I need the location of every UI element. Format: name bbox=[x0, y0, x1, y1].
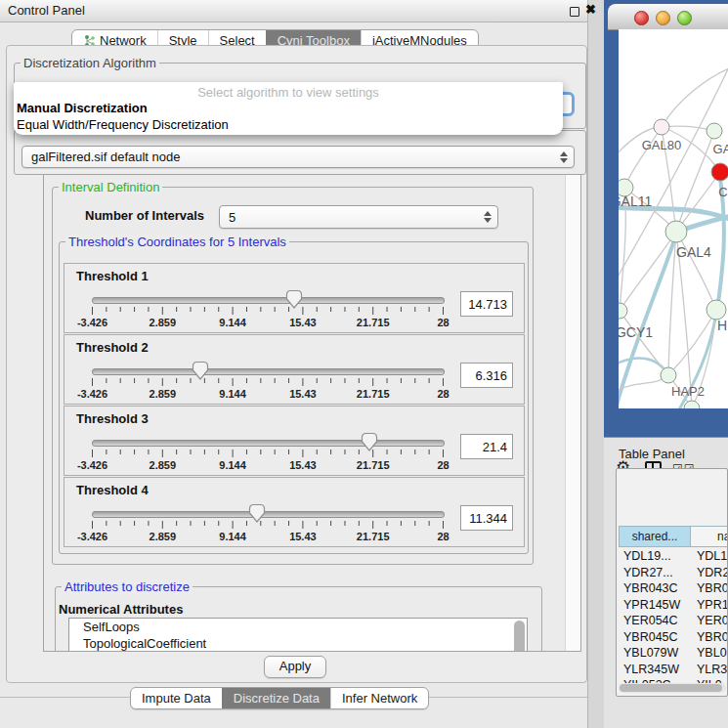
threshold-label: Threshold 1 bbox=[76, 269, 149, 283]
threshold-slider-thumb[interactable] bbox=[361, 432, 378, 453]
cell-shared-name: YBL079W bbox=[623, 646, 678, 660]
slider-tick-scale: -3.4262.8599.14415.4321.71528 bbox=[64, 306, 494, 331]
tab-infer-network[interactable]: Infer Network bbox=[330, 688, 428, 708]
cell-shared-name: YLR345W bbox=[623, 663, 679, 676]
svg-text:21.715: 21.715 bbox=[357, 459, 390, 471]
minimize-traffic-light-icon[interactable] bbox=[656, 11, 670, 25]
svg-text:28: 28 bbox=[437, 459, 449, 471]
threshold-1-row: Threshold 1-3.4262.8599.14415.4321.71528… bbox=[64, 263, 525, 333]
svg-text:21.715: 21.715 bbox=[357, 388, 390, 400]
threshold-value-field[interactable]: 14.713 bbox=[460, 291, 513, 317]
threshold-3-row: Threshold 3-3.4262.8599.14415.4321.71528… bbox=[64, 406, 525, 476]
table-row[interactable]: YLR345WYLR3 bbox=[617, 663, 728, 679]
svg-text:9.144: 9.144 bbox=[219, 459, 246, 471]
svg-text:-3.426: -3.426 bbox=[77, 531, 107, 542]
table-data-combobox[interactable]: galFiltered.sif default node bbox=[21, 146, 575, 168]
svg-text:2.859: 2.859 bbox=[150, 531, 177, 542]
node-table: shared... na YDL19...YDL1YDR27...YDR2YBR… bbox=[616, 468, 728, 697]
threshold-label: Threshold 3 bbox=[76, 411, 149, 426]
svg-text:2.859: 2.859 bbox=[150, 388, 177, 400]
number-of-intervals-combobox[interactable]: 5 bbox=[219, 205, 498, 229]
network-node-hap2[interactable] bbox=[661, 367, 676, 383]
threshold-slider-track[interactable] bbox=[92, 297, 445, 304]
network-node-h[interactable] bbox=[707, 300, 726, 320]
close-icon[interactable]: ✖ bbox=[585, 2, 596, 17]
svg-text:15.43: 15.43 bbox=[289, 531, 317, 542]
tab-impute-data[interactable]: Impute Data bbox=[131, 688, 222, 708]
numerical-attributes-list[interactable]: SelfLoopsTopologicalCoefficientBetweenne… bbox=[68, 618, 528, 652]
network-node-gal80[interactable] bbox=[654, 119, 669, 135]
table-row[interactable]: YBL079WYBL0 bbox=[617, 646, 728, 663]
table-row[interactable]: YPR145WYPR1 bbox=[617, 598, 728, 615]
network-node-gcy1[interactable] bbox=[619, 303, 627, 319]
table-row[interactable]: YER054CYER0 bbox=[617, 614, 728, 630]
threshold-value-field[interactable]: 11.344 bbox=[460, 505, 513, 531]
column-header-name[interactable]: na bbox=[691, 526, 728, 547]
column-header-shared-name[interactable]: shared... bbox=[619, 526, 691, 547]
threshold-value-field[interactable]: 21.4 bbox=[460, 434, 513, 459]
table-hscrollbar-track[interactable] bbox=[619, 683, 726, 693]
control-panel-window: Control Panel ✖ NetworkStyleSelectCyni T… bbox=[0, 0, 588, 728]
network-node-label: GAL11 bbox=[619, 193, 652, 209]
app-root: { "window": {"title": "Control Panel"}, … bbox=[0, 0, 728, 728]
attributes-scrollbar[interactable] bbox=[514, 621, 525, 652]
tab-discretize-data[interactable]: Discretize Data bbox=[222, 688, 330, 708]
svg-text:9.144: 9.144 bbox=[219, 317, 246, 328]
cell-name: YPR1 bbox=[697, 598, 728, 612]
algorithm-option-equal-width-frequency[interactable]: Equal Width/Frequency Discretization bbox=[17, 117, 229, 132]
slider-tick-scale: -3.4262.8599.14415.4321.71528 bbox=[64, 377, 494, 403]
network-window-titlebar bbox=[608, 4, 728, 30]
interval-definition-group-label: Interval Definition bbox=[59, 180, 162, 194]
threshold-slider-thumb[interactable] bbox=[248, 503, 266, 525]
network-node-gal4[interactable] bbox=[665, 221, 687, 242]
stepper-arrows-icon bbox=[481, 211, 494, 223]
threshold-2-row: Threshold 2-3.4262.8599.14415.4321.71528… bbox=[64, 334, 525, 405]
control-panel-title: Control Panel bbox=[8, 3, 85, 18]
number-of-intervals-value: 5 bbox=[220, 210, 481, 225]
attribute-list-item[interactable]: SelfLoops bbox=[69, 619, 527, 635]
algorithm-option-manual-discretization[interactable]: Manual Discretization bbox=[17, 101, 148, 115]
network-view-window: GAL80GACGAL11GAL4GCY1HHAP2 bbox=[604, 0, 728, 437]
network-node-label: GCY1 bbox=[619, 324, 653, 340]
table-row[interactable]: YBR045CYBR0 bbox=[617, 630, 728, 647]
svg-text:2.859: 2.859 bbox=[150, 459, 177, 471]
close-traffic-light-icon[interactable] bbox=[634, 11, 649, 25]
svg-text:28: 28 bbox=[437, 531, 449, 542]
threshold-slider-track[interactable] bbox=[92, 511, 445, 518]
svg-text:2.859: 2.859 bbox=[150, 317, 177, 328]
network-node-label: HAP2 bbox=[671, 384, 705, 399]
network-canvas[interactable]: GAL80GACGAL11GAL4GCY1HHAP2 bbox=[619, 29, 728, 408]
slider-tick-scale: -3.4262.8599.14415.4321.71528 bbox=[64, 449, 494, 474]
cell-name: YBR0 bbox=[697, 581, 728, 595]
tab-label: Impute Data bbox=[142, 691, 211, 706]
settings-scrollpane: Interval Definition Number of Intervals … bbox=[43, 174, 581, 652]
zoom-traffic-light-icon[interactable] bbox=[677, 11, 692, 25]
settings-scrollbar-track[interactable] bbox=[565, 175, 581, 651]
network-node-red-node[interactable] bbox=[711, 163, 728, 181]
network-node-partial-node[interactable] bbox=[684, 401, 700, 408]
network-node-ga[interactable] bbox=[707, 123, 722, 139]
threshold-slider-thumb[interactable] bbox=[285, 289, 303, 311]
svg-text:-3.426: -3.426 bbox=[77, 317, 107, 328]
table-row[interactable]: YBR043CYBR0 bbox=[617, 581, 728, 598]
thresholds-group: Threshold's Coordinates for 5 Intervals … bbox=[59, 241, 529, 554]
threshold-slider-track[interactable] bbox=[92, 440, 445, 447]
table-row[interactable]: YDL19...YDL1 bbox=[617, 549, 728, 566]
threshold-slider-thumb[interactable] bbox=[192, 361, 209, 382]
svg-text:21.715: 21.715 bbox=[357, 317, 390, 328]
svg-text:-3.426: -3.426 bbox=[77, 388, 107, 400]
apply-button[interactable]: Apply bbox=[264, 656, 326, 678]
threshold-slider-track[interactable] bbox=[92, 368, 445, 375]
table-row[interactable]: YDR27...YDR2 bbox=[617, 566, 728, 582]
svg-text:-3.426: -3.426 bbox=[77, 459, 107, 471]
threshold-4-row: Threshold 4-3.4262.8599.14415.4321.71528… bbox=[64, 477, 525, 547]
cell-shared-name: YDL19... bbox=[623, 549, 671, 563]
table-hscrollbar-thumb[interactable] bbox=[620, 684, 722, 692]
attribute-list-item[interactable]: TopologicalCoefficient bbox=[69, 635, 527, 652]
cell-shared-name: YDR27... bbox=[623, 566, 673, 579]
number-of-intervals-label: Number of Intervals bbox=[85, 208, 204, 223]
algorithm-dropdown-popup: Select algorithm to view settings Manual… bbox=[14, 82, 563, 135]
threshold-value-field[interactable]: 6.316 bbox=[460, 363, 513, 388]
float-window-icon[interactable] bbox=[570, 7, 579, 17]
cell-name: YBR0 bbox=[697, 630, 728, 644]
